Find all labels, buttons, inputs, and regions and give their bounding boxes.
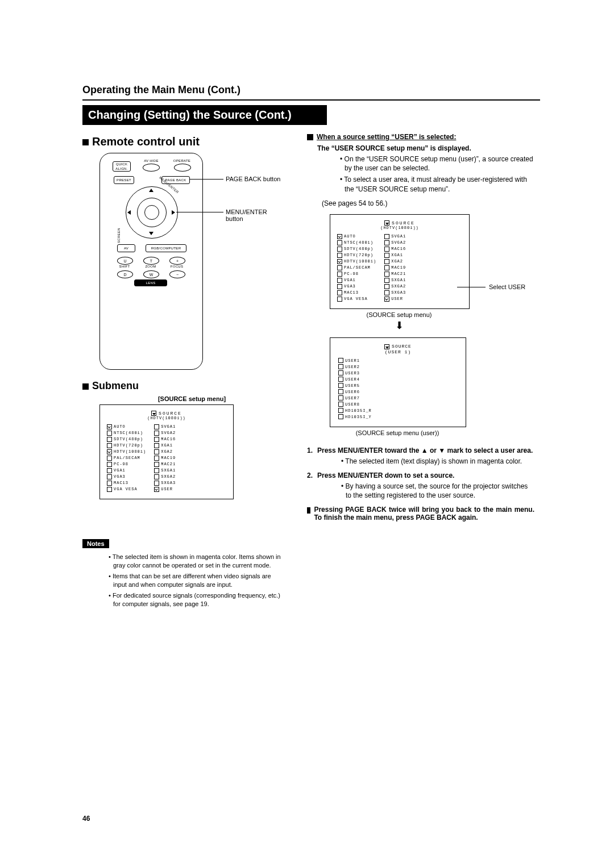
left-column: Remote control unit QUICK ALIGN. AV HIDE…	[82, 133, 284, 614]
page-number: 46	[82, 815, 90, 823]
menu-subtitle: (HDTV(1080i))	[337, 226, 462, 230]
banner-title: Changing (Setting) the Source (Cont.)	[82, 105, 327, 125]
user-menu-list: USER1USER2USER3USER4USER5USER6USER7USER8…	[338, 358, 458, 420]
menu-title: SOURCE	[337, 220, 462, 226]
step-num: 2.	[307, 471, 313, 479]
source-menu-right-col: SVGA1SVGA2MAC16XGA1XGA2MAC19MAC21SXGA1SX…	[384, 233, 406, 302]
shift-label: SHIFT	[117, 265, 132, 268]
steps: 1.Press MENU/ENTER toward the ▲ or ▼ mar…	[307, 446, 534, 500]
see-pages: (See pages 54 to 56.)	[322, 199, 534, 207]
step-1: 1.Press MENU/ENTER toward the ▲ or ▼ mar…	[307, 446, 534, 466]
step-head: Press MENU/ENTER toward the ▲ or ▼ mark …	[317, 446, 533, 454]
dpad-left-icon	[127, 210, 131, 215]
select-user-callout: Select USER	[489, 283, 525, 290]
menu-title: SOURCE	[107, 411, 226, 416]
dpad-down-icon	[149, 232, 154, 235]
step-2: 2.Press MENU/ENTER down to set a source.…	[307, 471, 534, 500]
source-menu-left-col: AUTONTSC(480i)SDTV(480p)HDTV(720p)HDTV(1…	[337, 233, 376, 302]
step-sub: The selected item (text display) is show…	[318, 457, 534, 466]
callout-pageback: PAGE BACK button	[226, 176, 280, 182]
menu-title: SOURCE	[338, 344, 458, 349]
source-menu-label: [SOURCE setup menu]	[99, 395, 284, 402]
menu-subtitle: (USER 1)	[338, 349, 458, 354]
remote-body: QUICK ALIGN. AV HIDE OPERATE PRESET PAGE…	[99, 153, 203, 370]
plus-button: +	[169, 257, 185, 265]
user-displayed-line: The “USER SOURCE setup menu” is displaye…	[317, 144, 534, 152]
notes-label: Notes	[82, 539, 109, 548]
down-arrow-icon: ⬇	[330, 320, 468, 331]
callout-line-pageback	[189, 179, 223, 180]
menu2-caption: (SOURCE setup menu (user))	[330, 429, 465, 436]
d-button: D	[117, 270, 133, 278]
submenu-heading: Submenu	[82, 380, 284, 392]
source-menu-box: SOURCE (HDTV(1080i)) AUTONTSC(480i)SDTV(…	[99, 404, 234, 499]
minus-button: −	[169, 270, 185, 278]
inner-ring	[144, 205, 159, 220]
remote-heading: Remote control unit	[82, 135, 284, 148]
rgb-computer-button: RGB/COMPUTER	[146, 244, 186, 252]
zoom-label: ZOOM	[143, 265, 158, 268]
step-head: Press MENU/ENTER down to set a source.	[317, 471, 454, 479]
manual-page: Operating the Main Menu (Cont.) Changing…	[0, 0, 614, 868]
dpad-up-icon	[149, 189, 154, 192]
right-column: When a source setting “USER” is selected…	[307, 133, 534, 614]
source-menu-left-col: AUTONTSC(480i)SDTV(480p)HDTV(720p)HDTV(1…	[107, 424, 146, 492]
preset-button: PRESET	[114, 176, 134, 184]
divider	[82, 99, 540, 101]
remote-diagram: QUICK ALIGN. AV HIDE OPERATE PRESET PAGE…	[99, 153, 284, 370]
operate-label: OPERATE	[171, 159, 193, 162]
av-hide-label: AV HIDE	[140, 159, 163, 162]
section-title: Operating the Main Menu (Cont.)	[82, 84, 540, 96]
when-selected-line: When a source setting “USER” is selected…	[307, 133, 534, 141]
right-bullets-1: On the “USER SOURCE setup menu (user)”, …	[317, 155, 534, 194]
u-button: U	[117, 257, 133, 265]
diagram-source-menu: SOURCE (HDTV(1080i)) AUTONTSC(480i)SDTV(…	[330, 214, 470, 309]
notes-list: The selected item is shown in magenta co…	[86, 553, 284, 608]
page-back-note: Pressing PAGE BACK twice will bring you …	[307, 506, 534, 521]
operate-button	[174, 164, 191, 172]
callout-line-menuenter	[176, 212, 223, 212]
av-button: AV	[117, 244, 135, 252]
menu-subtitle: (HDTV(1080i))	[107, 416, 226, 420]
content-columns: Remote control unit QUICK ALIGN. AV HIDE…	[82, 133, 540, 614]
focus-label: FOCUS	[168, 265, 185, 268]
diagram-user-menu: SOURCE (USER 1) USER1USER2USER3USER4USER…	[330, 337, 466, 427]
t-button: T	[143, 257, 159, 265]
callout-menuenter: MENU/ENTER button	[226, 208, 284, 222]
dpad-right-icon	[172, 210, 175, 215]
quick-align-button: QUICK ALIGN.	[113, 161, 131, 172]
step-sub: By having a source set, the source for t…	[318, 482, 534, 500]
av-hide-button	[143, 164, 160, 172]
w-button: W	[143, 270, 159, 278]
step-num: 1.	[307, 446, 313, 454]
menu1-caption: (SOURCE setup menu)	[330, 311, 468, 318]
screen-label: SCREEN	[117, 215, 121, 243]
lens-label: LENS	[134, 279, 167, 286]
source-menu-right-col: SVGA1SVGA2MAC16XGA1XGA2MAC19MAC21SXGA1SX…	[154, 424, 176, 492]
